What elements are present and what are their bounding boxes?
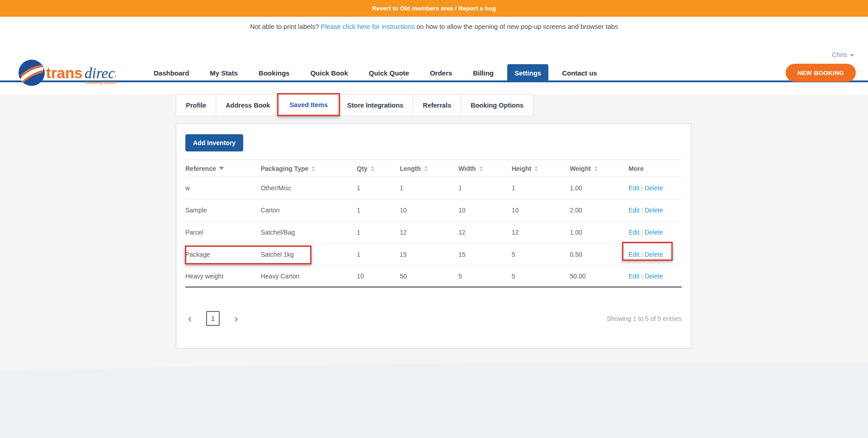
cell-packaging: Satchel 1kg — [261, 251, 357, 258]
tab-saved-items[interactable]: Saved Items — [279, 94, 338, 116]
tab-label: Saved Items — [289, 101, 328, 108]
cell-length: 10 — [400, 207, 458, 214]
column-label: Packaging Type — [261, 165, 309, 172]
nav-quick-book[interactable]: Quick Book — [303, 64, 355, 82]
cell-actions: Edit|Delete — [628, 229, 682, 236]
cell-weight: 50.00 — [570, 273, 628, 280]
cell-actions: Edit|Delete — [628, 273, 682, 280]
logo-tagline: Delivering Solutions — [86, 80, 116, 85]
delete-link[interactable]: Delete — [645, 273, 663, 280]
column-header-width[interactable]: Width — [458, 165, 512, 172]
cell-length: 12 — [400, 229, 458, 236]
edit-link[interactable]: Edit — [628, 273, 639, 280]
add-inventory-button[interactable]: Add Inventory — [185, 134, 243, 151]
nav-dashboard[interactable]: Dashboard — [146, 64, 196, 82]
revert-old-members-link[interactable]: Revert to Old members area — [372, 5, 453, 12]
new-booking-button[interactable]: NEW BOOKING — [786, 64, 856, 82]
column-header-inner: More — [628, 165, 643, 172]
column-header-reference[interactable]: Reference — [185, 165, 261, 172]
inventory-table: ReferencePackaging TypeQtyLengthWidthHei… — [185, 160, 682, 287]
top-banner: Revert to Old members area / Report a bu… — [0, 0, 868, 17]
site-header: Not able to print labels? Please click h… — [0, 17, 868, 80]
sort-icon — [371, 166, 374, 171]
edit-link[interactable]: Edit — [628, 229, 639, 236]
page-body: ProfileAddress BookSaved ItemsStore Inte… — [0, 94, 868, 438]
header-row: trans direct Delivering Solutions Dashbo… — [0, 57, 868, 89]
actions-separator: | — [639, 273, 645, 280]
column-label: Weight — [570, 165, 590, 172]
actions-separator: | — [639, 207, 645, 214]
cell-reference: Package — [185, 251, 261, 258]
tab-label: Referrals — [423, 102, 451, 109]
cell-qty: 1 — [357, 184, 400, 192]
tab-address-book[interactable]: Address Book — [216, 94, 280, 116]
instructions-link[interactable]: Please click here for instructions — [321, 23, 415, 30]
sort-icon — [594, 166, 598, 171]
column-label: Reference — [185, 165, 216, 172]
tab-label: Profile — [186, 102, 206, 109]
nav-settings[interactable]: Settings — [507, 64, 548, 82]
tab-label: Address Book — [226, 102, 270, 109]
pagination-next-icon[interactable]: › — [231, 313, 241, 324]
edit-link[interactable]: Edit — [628, 207, 639, 214]
column-header-inner: Weight — [570, 165, 597, 172]
column-header-weight[interactable]: Weight — [570, 165, 628, 172]
nav-billing[interactable]: Billing — [466, 64, 501, 82]
cell-weight: 2.00 — [570, 207, 628, 214]
tab-label: Store Integrations — [347, 102, 403, 109]
edit-link[interactable]: Edit — [628, 184, 639, 192]
sort-icon — [534, 166, 538, 171]
edit-link[interactable]: Edit — [628, 251, 639, 258]
notice-prefix: Not able to print labels? — [250, 23, 321, 30]
tab-booking-options[interactable]: Booking Options — [461, 94, 533, 116]
column-header-packaging-type[interactable]: Packaging Type — [261, 165, 357, 172]
notice-suffix: on how to allow the opening of new pop-u… — [415, 23, 618, 30]
sort-desc-icon — [219, 167, 224, 170]
banner-separator: / — [453, 5, 458, 12]
report-bug-link[interactable]: Report a bug — [458, 5, 496, 12]
column-header-inner: Length — [400, 165, 428, 172]
delete-link[interactable]: Delete — [645, 207, 663, 214]
nav-orders[interactable]: Orders — [423, 64, 459, 82]
table-row-sample: SampleCarton11010102.00Edit|Delete — [185, 199, 682, 221]
cell-reference: Sample — [185, 207, 261, 214]
column-header-height[interactable]: Height — [512, 165, 570, 172]
column-header-inner: Packaging Type — [261, 165, 316, 172]
pagination: ‹ 1 › — [185, 311, 241, 326]
actions-separator: | — [639, 251, 645, 258]
cell-height: 12 — [512, 229, 570, 236]
column-label: Height — [512, 165, 532, 172]
nav-bookings[interactable]: Bookings — [251, 64, 297, 82]
cell-qty: 10 — [357, 273, 400, 280]
nav-my-stats[interactable]: My Stats — [203, 64, 245, 82]
transdirect-logo[interactable]: trans direct Delivering Solutions — [17, 58, 116, 87]
chevron-down-icon — [850, 54, 854, 57]
column-label: Length — [400, 165, 421, 172]
main-nav: DashboardMy StatsBookingsQuick BookQuick… — [146, 64, 604, 82]
cell-width: 15 — [458, 251, 512, 258]
pagination-page-1[interactable]: 1 — [206, 311, 220, 326]
column-header-qty[interactable]: Qty — [357, 165, 400, 172]
tab-store-integrations[interactable]: Store Integrations — [337, 94, 413, 116]
saved-items-card: Add Inventory ReferencePackaging TypeQty… — [176, 123, 691, 349]
nav-contact-us[interactable]: Contact us — [555, 64, 604, 82]
delete-link[interactable]: Delete — [645, 251, 663, 258]
pagination-prev-icon[interactable]: ‹ — [185, 313, 194, 324]
tab-profile[interactable]: Profile — [176, 94, 216, 116]
column-header-inner: Width — [458, 165, 483, 172]
cell-height: 10 — [512, 207, 570, 214]
nav-quick-quote[interactable]: Quick Quote — [362, 64, 416, 82]
column-label: More — [628, 165, 643, 172]
showing-entries-text: Showing 1 to 5 of 5 entries — [607, 315, 682, 322]
cell-actions: Edit|Delete — [628, 207, 682, 214]
cell-packaging: Carton — [261, 207, 357, 214]
logo-text-trans: trans — [46, 65, 83, 81]
delete-link[interactable]: Delete — [645, 184, 663, 192]
cell-length: 1 — [400, 184, 458, 192]
cell-length: 50 — [400, 273, 458, 280]
table-footer: ‹ 1 › Showing 1 to 5 of 5 entries — [185, 311, 682, 326]
column-header-length[interactable]: Length — [400, 165, 458, 172]
tab-referrals[interactable]: Referrals — [413, 94, 461, 116]
delete-link[interactable]: Delete — [645, 229, 663, 236]
cell-packaging: Satchel/Bag — [261, 229, 357, 236]
